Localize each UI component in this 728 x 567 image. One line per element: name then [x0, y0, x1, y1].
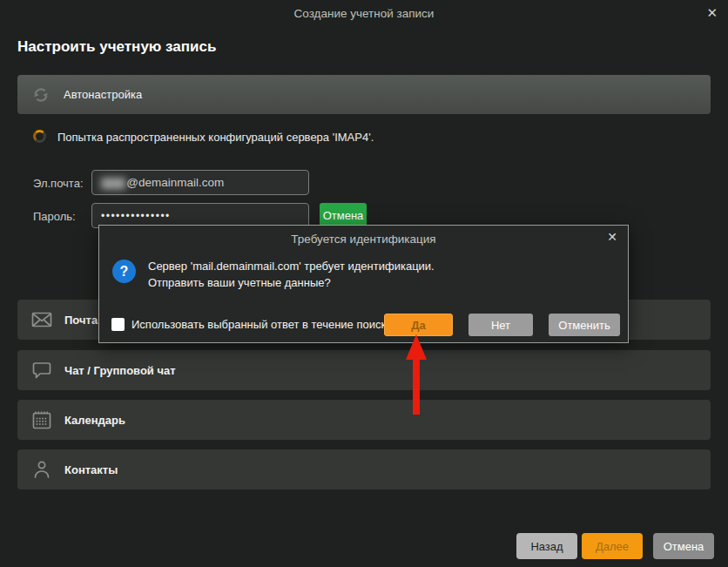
redacted-username: ████	[101, 178, 125, 188]
dialog-cancel-button[interactable]: Отменить	[549, 314, 620, 336]
dialog-title: Требуется идентификация	[99, 233, 628, 246]
status-text: Попытка распространенных конфигураций се…	[57, 131, 374, 144]
yes-button[interactable]: Да	[384, 314, 453, 336]
sync-icon	[30, 84, 51, 105]
email-domain-text: @demainmail.com	[126, 176, 224, 189]
mail-icon	[30, 307, 54, 332]
back-button[interactable]: Назад	[516, 533, 577, 559]
service-label: Календарь	[64, 414, 125, 427]
remember-answer-label: Использовать выбранный ответ в течение п…	[131, 318, 395, 331]
service-row-contacts[interactable]: Контакты	[17, 449, 711, 489]
account-creation-window: Создание учетной записи ✕ Настроить учет…	[0, 0, 728, 567]
next-button[interactable]: Далее	[582, 533, 643, 559]
no-button[interactable]: Нет	[468, 314, 533, 336]
service-row-calendar[interactable]: Календарь	[17, 400, 711, 440]
service-label: Чат / Групповой чат	[64, 364, 176, 377]
autoconfig-bar[interactable]: Автонастройка	[17, 75, 711, 114]
service-label: Контакты	[64, 463, 118, 476]
footer-cancel-button[interactable]: Отмена	[653, 533, 714, 559]
email-field[interactable]: ████ @demainmail.com	[91, 170, 309, 195]
question-icon: ?	[112, 260, 136, 283]
loading-spinner	[33, 130, 46, 143]
chat-icon	[30, 358, 54, 382]
window-title: Создание учетной записи	[0, 7, 728, 20]
email-label: Эл.почта:	[33, 177, 84, 190]
identification-dialog: Требуется идентификация ✕ ? Сервер 'mail…	[98, 225, 629, 343]
password-dots: ••••••••••••••	[101, 210, 171, 222]
service-label: Почта	[64, 314, 98, 327]
dialog-message-line1: Сервер 'mail.demainmail.com' требует иде…	[148, 260, 435, 273]
page-title: Настроить учетную запись	[17, 38, 216, 56]
contacts-icon	[30, 457, 54, 482]
service-row-chat[interactable]: Чат / Групповой чат	[17, 350, 711, 390]
remember-answer-checkbox[interactable]	[111, 318, 125, 331]
calendar-icon	[30, 408, 54, 432]
autoconfig-label: Автонастройка	[64, 88, 142, 101]
dialog-message-line2: Отправить ваши учетные данные?	[148, 276, 331, 289]
password-label: Пароль:	[33, 210, 76, 223]
dialog-close-icon[interactable]: ✕	[607, 230, 617, 244]
window-close-icon[interactable]: ✕	[706, 5, 718, 21]
